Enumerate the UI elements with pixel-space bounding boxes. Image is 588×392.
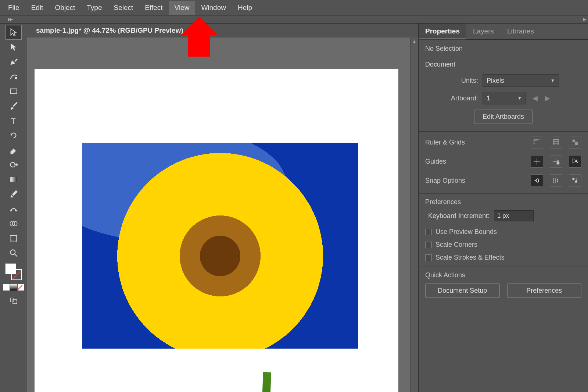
svg-rect-18: [557, 162, 559, 164]
tool-scale[interactable]: [6, 157, 22, 172]
svg-rect-14: [573, 140, 575, 142]
draw-mode-icons[interactable]: [3, 284, 24, 291]
artboard-label: Artboard:: [440, 95, 478, 102]
svg-rect-17: [573, 142, 575, 145]
grid-icon[interactable]: [550, 136, 562, 149]
tool-pen[interactable]: [6, 54, 22, 69]
edit-artboards-button[interactable]: Edit Artboards: [474, 110, 533, 124]
ruler-grids-label: Ruler & Grids: [425, 139, 465, 146]
fill-stroke-swatch[interactable]: [5, 263, 22, 280]
options-bar: ▶▶ ▶: [0, 15, 588, 24]
tool-rectangle[interactable]: [6, 84, 22, 99]
color-mode-icon[interactable]: [3, 284, 10, 291]
chevron-right-icon[interactable]: ▶: [583, 17, 585, 22]
menu-window[interactable]: Window: [195, 1, 232, 15]
keyboard-increment-input[interactable]: [494, 210, 534, 221]
canvas-viewport[interactable]: ▲: [27, 38, 418, 392]
tool-shape-builder[interactable]: [6, 216, 22, 231]
svg-rect-13: [12, 300, 17, 304]
snap-options-label: Snap Options: [425, 177, 465, 185]
svg-rect-15: [575, 142, 578, 145]
tool-eraser[interactable]: [6, 143, 22, 157]
menu-effect[interactable]: Effect: [139, 1, 168, 15]
svg-point-19: [535, 180, 536, 181]
artboard-dropdown[interactable]: 1 ▼: [483, 92, 526, 104]
svg-point-0: [15, 77, 17, 79]
tool-screen-mode[interactable]: [6, 293, 22, 308]
tool-gradient[interactable]: [6, 172, 22, 187]
snap-grid-icon[interactable]: [550, 174, 562, 187]
use-preview-bounds-label: Use Preview Bounds: [435, 228, 497, 236]
svg-rect-20: [573, 178, 575, 180]
guides-label: Guides: [425, 158, 446, 165]
tool-rotate[interactable]: [6, 128, 22, 143]
artboard-next-icon[interactable]: ▶: [545, 94, 550, 102]
menu-help[interactable]: Help: [232, 1, 258, 15]
units-label: Units:: [440, 77, 478, 85]
document-tab-row: sample-1.jpg* @ 44.72% (RGB/GPU Preview): [27, 24, 418, 38]
gradient-mode-icon[interactable]: [10, 284, 17, 291]
chevron-down-icon: ▼: [551, 78, 555, 83]
tool-direct-selection[interactable]: [6, 40, 22, 54]
menu-edit[interactable]: Edit: [25, 1, 49, 15]
guides-toggle-icon[interactable]: [531, 155, 543, 168]
menu-file[interactable]: File: [2, 1, 25, 15]
tool-blend[interactable]: [6, 202, 22, 216]
none-mode-icon[interactable]: [18, 284, 24, 291]
preferences-button[interactable]: Preferences: [507, 284, 582, 298]
tool-type[interactable]: T: [6, 113, 22, 128]
menubar: File Edit Object Type Select Effect View…: [0, 0, 588, 15]
fill-swatch[interactable]: [5, 263, 16, 274]
scale-strokes-label: Scale Strokes & Effects: [435, 254, 505, 261]
tool-paintbrush[interactable]: [6, 99, 22, 113]
tool-curvature[interactable]: [6, 69, 22, 84]
chevron-right-icon[interactable]: ▶▶: [8, 17, 12, 22]
chevron-down-icon: ▼: [517, 96, 522, 101]
document-setup-button[interactable]: Document Setup: [425, 284, 500, 298]
document-tab[interactable]: sample-1.jpg* @ 44.72% (RGB/GPU Preview): [36, 26, 183, 35]
use-preview-bounds-checkbox[interactable]: [425, 229, 432, 235]
svg-rect-16: [575, 140, 578, 142]
document-section-label: Document: [425, 61, 581, 68]
ruler-icon[interactable]: [531, 136, 543, 149]
snap-pixel-icon[interactable]: [569, 174, 581, 187]
scroll-up-icon[interactable]: ▲: [410, 38, 418, 45]
tool-selection[interactable]: [6, 25, 22, 40]
menu-type[interactable]: Type: [81, 1, 108, 15]
svg-rect-9: [11, 235, 16, 241]
placed-image[interactable]: [82, 143, 358, 349]
keyboard-increment-label: Keyboard Increment:: [428, 212, 490, 220]
svg-text:T: T: [11, 117, 15, 125]
vertical-scrollbar[interactable]: ▲: [410, 38, 418, 392]
svg-point-10: [10, 250, 15, 254]
tab-layers[interactable]: Layers: [466, 24, 501, 39]
svg-point-5: [10, 210, 12, 211]
scale-corners-checkbox[interactable]: [425, 242, 432, 248]
transparency-grid-icon[interactable]: [569, 136, 581, 149]
guides-lock-icon[interactable]: [550, 155, 562, 168]
artboard-prev-icon[interactable]: ◀: [533, 94, 538, 102]
menu-object[interactable]: Object: [49, 1, 81, 15]
toolbox: T: [0, 24, 27, 392]
tool-artboard[interactable]: [6, 231, 22, 246]
smart-guides-icon[interactable]: [569, 155, 581, 168]
image-content: [260, 372, 271, 392]
panel-tabs: Properties Layers Libraries: [419, 24, 588, 40]
menu-view[interactable]: View: [169, 1, 196, 15]
artboard[interactable]: [35, 69, 398, 392]
scale-corners-label: Scale Corners: [435, 241, 477, 249]
units-dropdown[interactable]: Pixels ▼: [483, 74, 559, 87]
svg-point-6: [15, 210, 17, 211]
scale-strokes-checkbox[interactable]: [425, 254, 432, 261]
svg-rect-4: [10, 177, 17, 182]
menu-select[interactable]: Select: [108, 1, 139, 15]
tool-zoom[interactable]: [6, 246, 22, 260]
quick-actions-label: Quick Actions: [425, 271, 581, 279]
snap-point-icon[interactable]: [531, 174, 543, 187]
tool-eyedropper[interactable]: [6, 187, 22, 202]
canvas-area: sample-1.jpg* @ 44.72% (RGB/GPU Preview)…: [27, 24, 418, 392]
tab-properties[interactable]: Properties: [419, 24, 466, 39]
selection-status: No Selection: [425, 45, 581, 53]
tab-libraries[interactable]: Libraries: [501, 24, 541, 39]
preferences-section-label: Preferences: [425, 198, 581, 206]
